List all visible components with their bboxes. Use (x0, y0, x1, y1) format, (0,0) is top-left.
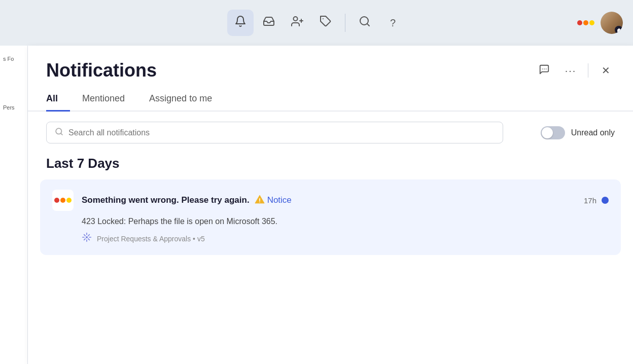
chat-icon (539, 64, 550, 78)
notif-body: 423 Locked: Perhaps the file is open on … (52, 217, 609, 226)
notif-title-row: Something went wrong. Please try again. … (82, 195, 292, 206)
topbar-right (577, 12, 623, 34)
help-icon: ? (390, 17, 396, 29)
close-button[interactable]: ✕ (596, 61, 615, 80)
logo-dot-red (577, 20, 582, 25)
search-row: Unread only (28, 112, 633, 152)
more-icon: ··· (565, 65, 577, 77)
sidebar-text-1: s Fo (0, 52, 27, 66)
section-label: Last 7 Days (28, 152, 633, 179)
warning-icon (255, 195, 265, 206)
search-input[interactable] (68, 128, 495, 137)
app-dot-orange (60, 198, 65, 203)
search-button[interactable] (351, 10, 378, 36)
svg-point-7 (542, 68, 543, 69)
puzzle-button[interactable] (312, 10, 339, 36)
sidebar: s Fo Pers (0, 46, 28, 364)
notifications-panel: Notifications ··· (28, 46, 633, 364)
tab-all[interactable]: All (46, 87, 70, 112)
more-options-button[interactable]: ··· (561, 61, 580, 80)
bell-button[interactable] (227, 10, 254, 36)
chat-icon-button[interactable] (535, 61, 553, 80)
topbar: ? (0, 0, 633, 46)
toggle-thumb (542, 127, 553, 138)
svg-point-6 (544, 68, 545, 69)
panel-title: Notifications (46, 60, 157, 81)
app-dot-yellow (66, 198, 72, 203)
panel-header-actions: ··· ✕ (535, 61, 615, 80)
logo-dot-yellow (589, 20, 594, 25)
add-user-button[interactable] (284, 10, 310, 36)
add-user-icon (291, 15, 303, 30)
bell-icon (234, 15, 247, 30)
unread-label: Unread only (571, 128, 615, 137)
logo-dot-orange (583, 20, 588, 25)
tabs-bar: All Mentioned Assigned to me (28, 87, 633, 112)
svg-point-8 (546, 68, 547, 69)
svg-point-13 (86, 236, 88, 238)
close-icon: ✕ (602, 64, 610, 77)
svg-line-10 (61, 133, 62, 135)
app-dot-red (54, 198, 59, 203)
inbox-button[interactable] (256, 10, 282, 36)
unread-dot (602, 197, 609, 204)
notif-top-row: Something went wrong. Please try again. … (52, 190, 609, 211)
notice-label: Notice (267, 195, 292, 205)
notif-footer-icon (82, 232, 92, 245)
notification-card[interactable]: Something went wrong. Please try again. … (40, 179, 621, 255)
user-avatar[interactable] (601, 12, 623, 34)
header-divider (588, 63, 588, 78)
panel-header: Notifications ··· (28, 46, 633, 87)
search-icon (359, 15, 371, 30)
notif-time: 17h (584, 196, 596, 205)
unread-toggle[interactable] (541, 126, 565, 139)
inbox-icon (263, 15, 275, 30)
notif-title: Something went wrong. Please try again. (82, 195, 250, 205)
tab-mentioned[interactable]: Mentioned (70, 87, 137, 112)
notif-footer: Project Requests & Approvals • v5 (52, 232, 609, 245)
notif-left: Something went wrong. Please try again. … (52, 190, 292, 211)
svg-line-5 (367, 24, 369, 26)
svg-point-0 (293, 17, 297, 21)
unread-toggle-section: Unread only (513, 126, 615, 139)
app-monday-logo (54, 198, 72, 203)
topbar-nav-icons: ? (227, 10, 406, 36)
notif-notice-badge: Notice (255, 195, 292, 206)
notif-app-icon (52, 190, 74, 211)
main-area: s Fo Pers Notifications (0, 46, 633, 364)
search-icon (55, 127, 63, 138)
help-button[interactable]: ? (380, 10, 406, 36)
sidebar-text-2: Pers (0, 100, 27, 115)
monday-logo (577, 20, 594, 25)
svg-point-12 (259, 201, 260, 202)
notif-right: 17h (584, 196, 609, 205)
notif-footer-text: Project Requests & Approvals • v5 (97, 235, 205, 243)
search-box[interactable] (46, 122, 503, 143)
topbar-divider (345, 14, 345, 32)
puzzle-icon (320, 15, 332, 30)
tab-assigned[interactable]: Assigned to me (137, 87, 224, 112)
home-badge (615, 26, 623, 34)
